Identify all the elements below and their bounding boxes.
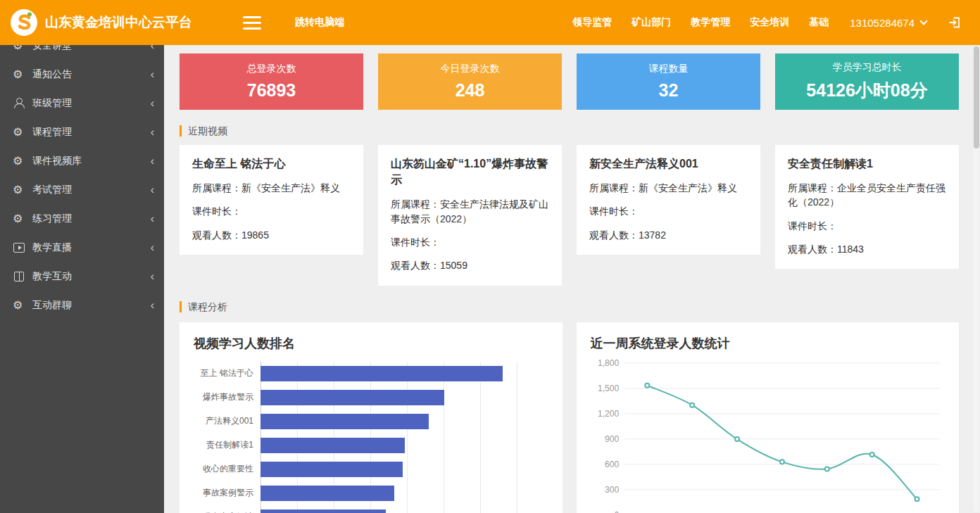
line-point[interactable] [915, 497, 919, 501]
nav-link[interactable]: 领导监管 [572, 16, 612, 29]
bar-chart-panel: 视频学习人数排名 至上 铭法于心爆炸事故警示产法释义001责任制解读1收心的重要… [180, 322, 563, 513]
stat-card: 课程数量 32 [577, 53, 760, 110]
sidebar-item[interactable]: 安全讲堂 [0, 45, 164, 60]
video-title: 新安全生产法释义001 [589, 156, 748, 172]
bar-category-label: 责任制解读1 [194, 439, 260, 451]
bar-category-label: 至上 铭法于心 [194, 367, 260, 379]
line-y-tick-label: 900 [605, 433, 619, 443]
line-y-tick-label: 1,200 [598, 408, 620, 418]
person-icon [13, 97, 25, 110]
sidebar-item[interactable]: 教学直播 [0, 233, 164, 262]
bar-row: 爆炸事故警示 [194, 386, 548, 410]
line-chart-title: 近一周系统登录人数统计 [591, 335, 946, 352]
charts-row: 视频学习人数排名 至上 铭法于心爆炸事故警示产法释义001责任制解读1收心的重要… [180, 322, 959, 513]
stat-value: 54126小时08分 [806, 79, 927, 102]
bar-segment[interactable] [260, 509, 386, 513]
scrollbar-track[interactable] [974, 46, 979, 512]
video-title: 山东笏山金矿“1.10”爆炸事故警示 [391, 156, 549, 188]
bar-track [260, 438, 517, 453]
bar-row: 至上 铭法于心 [194, 362, 548, 386]
chevron-left-icon [151, 242, 154, 253]
chevron-left-icon [151, 300, 154, 311]
video-course: 所属课程：新《安全生产法》释义 [192, 181, 351, 195]
nav-link[interactable]: 安全培训 [750, 16, 789, 29]
line-y-tick-label: 0 [614, 509, 619, 513]
stat-card: 学员学习总时长 54126小时08分 [775, 53, 959, 110]
nav-link[interactable]: 教学管理 [691, 16, 730, 29]
bar-category-label: 收心的重要性 [194, 463, 260, 475]
bar-category-label: 事故案例警示 [194, 487, 260, 499]
top-navbar: 山东黄金培训中心云平台 跳转电脑端 领导监管矿山部门教学管理安全培训基础 131… [0, 0, 980, 45]
line-point[interactable] [690, 403, 694, 407]
sidebar-item-label: 练习管理 [32, 213, 72, 225]
bar-category-label: 爆炸事故警示 [194, 391, 260, 403]
logout-button[interactable] [948, 15, 962, 30]
bar-segment[interactable] [260, 486, 394, 501]
sidebar: 安全讲堂通知公告班级管理课程管理课件视频库考试管理练习管理教学直播教学互动互动群… [0, 45, 164, 513]
sidebar-item[interactable]: 班级管理 [0, 89, 164, 118]
bar-track [260, 366, 517, 381]
bar-segment[interactable] [260, 390, 444, 405]
video-course: 所属课程：安全生产法律法规及矿山事故警示（2022） [391, 197, 549, 226]
bar-segment[interactable] [260, 414, 429, 429]
line-point[interactable] [779, 460, 784, 464]
video-card[interactable]: 安全责任制解读1 所属课程：企业全员安全生产责任强化（2022） 课件时长： 观… [775, 145, 959, 269]
chevron-left-icon [151, 184, 154, 196]
sidebar-item-label: 课程管理 [32, 126, 72, 139]
sidebar-item[interactable]: 考试管理 [0, 175, 164, 204]
line-series [647, 385, 917, 498]
stat-label: 今日登录次数 [441, 63, 500, 75]
bar-segment[interactable] [260, 438, 405, 453]
sidebar-item-label: 通知公告 [32, 68, 72, 81]
logout-icon [948, 15, 962, 30]
chevron-down-icon [919, 17, 927, 25]
sidebar-item-label: 课件视频库 [32, 155, 82, 167]
chevron-left-icon [151, 45, 154, 51]
line-point[interactable] [869, 452, 874, 456]
chevron-left-icon [151, 69, 154, 80]
video-card[interactable]: 新安全生产法释义001 所属课程：新《安全生产法》释义 课件时长： 观看人数：1… [577, 145, 760, 255]
jump-to-desktop-link[interactable]: 跳转电脑端 [295, 16, 344, 29]
line-y-tick-label: 600 [605, 459, 619, 469]
video-duration: 课件时长： [788, 219, 946, 233]
scrollbar-thumb[interactable] [974, 46, 979, 148]
hamburger-menu-icon[interactable] [243, 16, 261, 30]
video-viewers: 观看人数：13782 [589, 228, 748, 242]
sidebar-item[interactable]: 教学互动 [0, 262, 164, 291]
sidebar-item[interactable]: 互动群聊 [0, 291, 164, 319]
gear-icon [13, 213, 25, 225]
bar-row: 重点内容解读 [194, 505, 548, 513]
line-point[interactable] [645, 383, 649, 387]
gear-icon [13, 126, 25, 139]
line-y-tick-label: 1,800 [598, 358, 620, 368]
video-duration: 课件时长： [192, 204, 351, 218]
bar-track [260, 462, 517, 477]
main-content: 总登录次数 76893 今日登录次数 248 课程数量 32 学员学习总时长 5… [164, 45, 980, 513]
video-course: 所属课程：新《安全生产法》释义 [589, 181, 748, 195]
line-point[interactable] [824, 467, 829, 471]
bar-segment[interactable] [260, 366, 503, 381]
bar-category-label: 产法释义001 [194, 415, 260, 427]
sidebar-item-label: 安全讲堂 [32, 45, 72, 52]
stat-card: 总登录次数 76893 [180, 53, 363, 110]
nav-menu: 领导监管矿山部门教学管理安全培训基础 [572, 16, 829, 29]
bar-row: 事故案例警示 [194, 481, 548, 505]
app-title: 山东黄金培训中心云平台 [45, 13, 192, 32]
line-chart-svg: 03006009001,2001,5001,8002022-03-182022-… [591, 357, 946, 513]
video-duration: 课件时长： [391, 235, 549, 249]
nav-link[interactable]: 矿山部门 [632, 16, 671, 29]
chevron-left-icon [151, 213, 154, 224]
stat-label: 课程数量 [649, 63, 689, 75]
sidebar-item[interactable]: 课程管理 [0, 118, 164, 146]
sidebar-item[interactable]: 练习管理 [0, 204, 164, 233]
nav-link[interactable]: 基础 [809, 16, 829, 29]
video-card[interactable]: 生命至上 铭法于心 所属课程：新《安全生产法》释义 课件时长： 观看人数：198… [180, 145, 363, 255]
line-point[interactable] [734, 437, 739, 441]
sidebar-item[interactable]: 课件视频库 [0, 146, 164, 175]
video-card[interactable]: 山东笏山金矿“1.10”爆炸事故警示 所属课程：安全生产法律法规及矿山事故警示（… [378, 145, 562, 286]
line-chart-panel: 近一周系统登录人数统计 03006009001,2001,5001,800202… [577, 322, 960, 513]
sidebar-item[interactable]: 通知公告 [0, 60, 164, 89]
app-logo [10, 8, 38, 37]
user-phone-dropdown[interactable]: 13105284674 [850, 17, 926, 29]
bar-segment[interactable] [260, 462, 403, 477]
